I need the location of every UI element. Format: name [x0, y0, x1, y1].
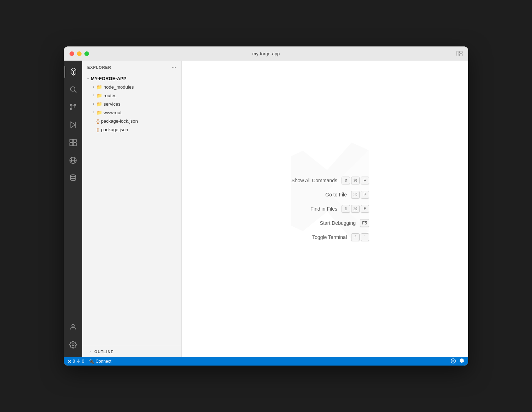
svg-point-19 [72, 344, 74, 346]
routes-label: routes [104, 93, 181, 98]
key-f5: F5 [360, 219, 369, 227]
shortcut-show-all-commands[interactable]: Show All Commands ⇧ ⌘ P [281, 177, 369, 184]
account-icon [69, 323, 77, 332]
services-label: services [104, 101, 181, 107]
vscode-window: my-forge-app [64, 46, 468, 366]
svg-point-18 [72, 324, 74, 327]
warning-count: 0 [82, 359, 84, 364]
connect-label: Connect [95, 359, 111, 364]
shortcut-keys: ⇧ ⌘ P [342, 177, 369, 184]
shortcut-keys: ⇧ ⌘ F [342, 205, 369, 213]
svg-rect-1 [460, 51, 462, 54]
shortcut-label: Find in Files [281, 206, 337, 212]
outline-label: OUTLINE [94, 350, 113, 354]
explorer-icon [69, 68, 77, 77]
status-bar-right [450, 358, 465, 365]
run-icon [69, 121, 77, 130]
extensions-icon [69, 139, 77, 147]
minimize-dot[interactable] [77, 51, 82, 56]
search-icon [69, 85, 77, 94]
svg-rect-0 [456, 51, 459, 56]
shortcut-label: Start Debugging [299, 220, 356, 226]
activity-database[interactable] [65, 170, 82, 187]
connect-icon: 🔌 [88, 358, 94, 364]
tree-item-routes[interactable]: › 📁 routes [82, 91, 181, 100]
sidebar-more-button[interactable]: ··· [172, 64, 176, 71]
shortcut-toggle-terminal[interactable]: Toggle Terminal ^ ` [281, 233, 369, 241]
activity-bar-bottom [65, 319, 82, 357]
root-label: MY-FORGE-APP [91, 76, 181, 81]
folder-arrow: › [91, 101, 96, 107]
key-p: P [361, 191, 369, 199]
root-arrow: › [85, 76, 91, 81]
svg-line-4 [74, 91, 76, 93]
shortcut-label: Show All Commands [281, 178, 337, 183]
activity-explorer[interactable] [65, 63, 82, 80]
svg-rect-11 [73, 139, 76, 142]
status-bar-left: ⊗ 0 ⚠ 0 🔌 Connect [67, 358, 111, 364]
database-icon [69, 174, 77, 183]
activity-settings[interactable] [65, 336, 82, 353]
key-f: F [361, 205, 369, 213]
svg-marker-8 [71, 122, 76, 128]
sidebar-header: EXPLORER ··· [82, 61, 181, 74]
status-bell[interactable] [459, 358, 465, 365]
svg-rect-2 [460, 54, 462, 56]
app-body: EXPLORER ··· › MY-FORGE-APP › 📁 node_mod… [64, 61, 468, 357]
shortcut-start-debugging[interactable]: Start Debugging F5 [281, 219, 369, 227]
key-cmd: ⌘ [351, 191, 360, 199]
explorer-label: EXPLORER [87, 65, 111, 69]
activity-run[interactable] [65, 117, 82, 134]
window-title: my-forge-app [252, 51, 279, 56]
outline-section[interactable]: › OUTLINE [82, 346, 181, 357]
shortcut-keys: ⌘ P [351, 191, 369, 199]
tree-root[interactable]: › MY-FORGE-APP [82, 74, 181, 83]
tree-item-package-lock[interactable]: › {} package-lock.json [82, 117, 181, 125]
svg-point-5 [70, 104, 72, 106]
node-modules-label: node_modules [104, 84, 181, 90]
key-cmd: ⌘ [351, 177, 360, 184]
activity-extensions[interactable] [65, 134, 82, 151]
json-icon: {} [96, 118, 100, 124]
tree-item-package-json[interactable]: › {} package.json [82, 125, 181, 134]
activity-bar [64, 61, 82, 357]
close-dot[interactable] [70, 51, 74, 56]
remote-icon [69, 156, 77, 165]
activity-source-control[interactable] [65, 99, 82, 116]
status-bar: ⊗ 0 ⚠ 0 🔌 Connect [64, 357, 468, 366]
key-shift: ⇧ [342, 177, 350, 184]
folder-icon: 📁 [96, 93, 102, 98]
json-icon: {} [96, 127, 100, 132]
shortcut-find-in-files[interactable]: Find in Files ⇧ ⌘ F [281, 205, 369, 213]
activity-remote[interactable] [65, 152, 82, 169]
status-connect[interactable]: 🔌 Connect [88, 358, 111, 364]
key-backtick: ` [361, 233, 369, 241]
folder-arrow: › [91, 110, 96, 115]
key-ctrl: ^ [351, 233, 360, 241]
main-editor-area: Show All Commands ⇧ ⌘ P Go to File ⌘ P F [182, 61, 468, 357]
package-json-label: package.json [101, 127, 181, 132]
status-remote[interactable] [450, 358, 456, 365]
svg-point-3 [71, 87, 75, 91]
svg-rect-12 [70, 143, 73, 145]
status-errors[interactable]: ⊗ 0 ⚠ 0 [67, 358, 84, 364]
outline-arrow: › [87, 349, 93, 355]
maximize-dot[interactable] [84, 51, 89, 56]
warning-icon: ⚠ [76, 358, 81, 364]
activity-search[interactable] [65, 81, 82, 98]
window-controls [70, 51, 89, 56]
tree-item-services[interactable]: › 📁 services [82, 100, 181, 108]
activity-account[interactable] [65, 319, 82, 336]
settings-icon [69, 341, 77, 350]
shortcut-keys: ^ ` [351, 233, 369, 241]
svg-point-17 [71, 174, 76, 177]
layout-toggle[interactable] [456, 51, 462, 56]
wwwroot-label: wwwroot [104, 110, 181, 115]
shortcut-label: Go to File [290, 192, 347, 197]
tree-item-node-modules[interactable]: › 📁 node_modules [82, 83, 181, 91]
shortcut-keys: F5 [360, 219, 369, 227]
shortcut-go-to-file[interactable]: Go to File ⌘ P [281, 191, 369, 199]
welcome-shortcuts: Show All Commands ⇧ ⌘ P Go to File ⌘ P F [281, 177, 369, 241]
tree-item-wwwroot[interactable]: › 📁 wwwroot [82, 108, 181, 117]
file-tree: › MY-FORGE-APP › 📁 node_modules › 📁 rout… [82, 74, 181, 346]
